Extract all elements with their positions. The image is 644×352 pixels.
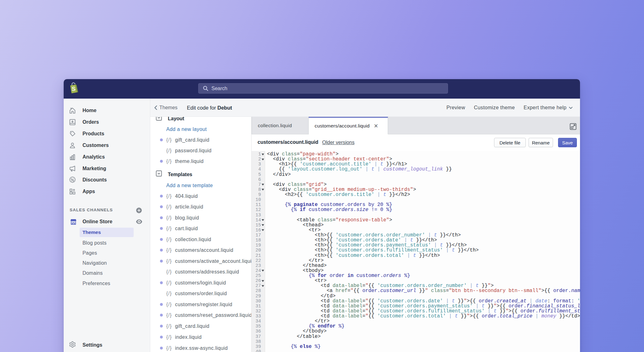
svg-text:S: S (72, 86, 76, 92)
